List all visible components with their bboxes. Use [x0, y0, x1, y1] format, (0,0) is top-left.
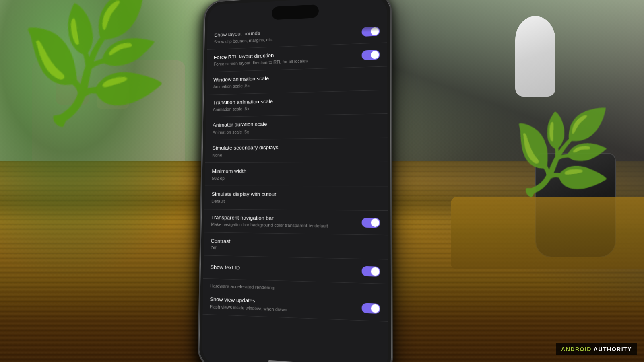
setting-title-minimum-width: Minimum width [212, 167, 376, 175]
setting-item-transition-animation: Transition animation scaleAnimation scal… [206, 90, 388, 117]
watermark-authority: AUTHORITY [592, 346, 632, 352]
setting-text-animator-duration: Animator duration scaleAnimation scale .… [213, 119, 380, 135]
setting-item-transparent-nav[interactable]: Transparent navigation barMake navigatio… [204, 209, 388, 235]
toggle-transparent-nav[interactable] [362, 218, 380, 228]
setting-text-simulate-cutout: Simulate display with cutoutDefault [211, 191, 380, 205]
watermark-android: ANDROID [561, 346, 592, 352]
watermark: ANDROID AUTHORITY [556, 343, 637, 355]
setting-title-simulate-cutout: Simulate display with cutout [211, 191, 376, 198]
right-decor: 🌿 [382, 0, 644, 302]
setting-text-transparent-nav: Transparent navigation barMake navigatio… [211, 214, 361, 229]
setting-text-force-rtl: Force RTL layout directionForce screen l… [214, 49, 362, 67]
toggle-force-rtl[interactable] [362, 50, 380, 60]
setting-subtitle-simulate-secondary: None [212, 151, 376, 158]
setting-subtitle-simulate-cutout: Default [211, 198, 376, 205]
setting-title-transparent-nav: Transparent navigation bar [211, 214, 357, 223]
toggle-show-layout[interactable] [362, 26, 380, 37]
setting-item-contrast: ContrastOff [204, 232, 388, 260]
plant-left [0, 0, 225, 282]
setting-text-minimum-width: Minimum width502 dp [212, 167, 380, 181]
plant-emoji: 🌿 [512, 105, 613, 200]
phone-wrapper: Show layout boundsShow clip bounds, marg… [198, 0, 393, 362]
toggle-show-text-id[interactable] [362, 266, 380, 277]
setting-subtitle-transparent-nav: Make navigation bar background color tra… [211, 222, 357, 229]
toggle-show-view-updates[interactable] [362, 303, 380, 314]
settings-list: Show layout boundsShow clip bounds, marg… [202, 0, 388, 362]
setting-item-simulate-cutout: Simulate display with cutoutDefault [204, 186, 388, 211]
setting-text-transition-animation: Transition animation scaleAnimation scal… [213, 95, 380, 113]
white-jug [515, 16, 555, 97]
phone-device: Show layout boundsShow clip bounds, marg… [198, 0, 393, 362]
setting-subtitle-minimum-width: 502 dp [212, 175, 376, 181]
phone-screen: Show layout boundsShow clip bounds, marg… [202, 0, 388, 362]
setting-text-window-animation: Window animation scaleAnimation scale .5… [213, 72, 380, 90]
wooden-tray [451, 197, 644, 269]
section-label: Hardware accelerated rendering [210, 284, 275, 290]
setting-item-animator-duration: Animator duration scaleAnimation scale .… [206, 114, 388, 140]
setting-item-minimum-width: Minimum width502 dp [205, 162, 388, 186]
setting-item-simulate-secondary: Simulate secondary displaysNone [205, 138, 388, 163]
setting-text-show-layout: Show layout boundsShow clip bounds, marg… [214, 25, 362, 45]
setting-text-contrast: ContrastOff [211, 237, 380, 254]
phone-notch [272, 4, 319, 20]
setting-text-simulate-secondary: Simulate secondary displaysNone [212, 143, 380, 158]
setting-text-show-text-id: Show text ID [210, 264, 361, 275]
setting-text-show-view-updates: Show view updatesFlash views inside wind… [210, 296, 362, 315]
setting-title-simulate-secondary: Simulate secondary displays [212, 143, 376, 152]
setting-title-show-text-id: Show text ID [210, 264, 357, 275]
